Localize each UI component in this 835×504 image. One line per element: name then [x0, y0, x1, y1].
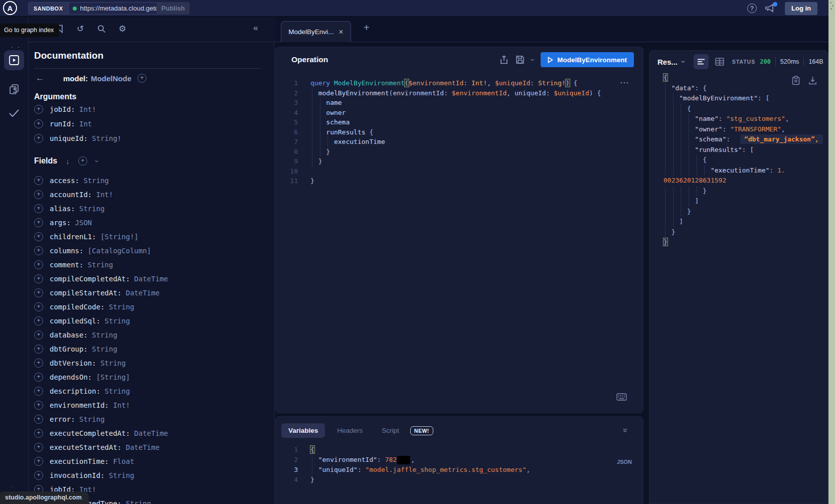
field-signature: dependsOn: [String] — [50, 373, 130, 381]
add-to-query-button[interactable]: + — [34, 176, 43, 185]
new-tab-icon[interactable]: + — [364, 22, 370, 34]
apollo-logo[interactable]: A — [3, 1, 17, 15]
field-row[interactable]: +comment: String — [34, 258, 270, 272]
field-row[interactable]: +accountId: Int! — [34, 188, 270, 202]
explorer-settings-icon[interactable]: ⚙ — [118, 24, 127, 33]
add-to-query-button[interactable]: + — [34, 246, 43, 255]
sandbox-badge: SANDBOX — [29, 3, 69, 14]
schema-nav-icon[interactable] — [4, 79, 24, 99]
format-json-icon[interactable] — [694, 54, 709, 69]
add-to-query-button[interactable]: + — [34, 302, 43, 311]
add-to-query-button[interactable]: + — [34, 345, 43, 354]
run-operation-button[interactable]: ModelByEnvironment — [541, 52, 634, 67]
history-icon[interactable]: ↺ — [76, 24, 85, 33]
add-to-query-button[interactable]: + — [34, 415, 43, 424]
field-signature: access: String — [50, 177, 109, 185]
add-to-query-button[interactable]: + — [34, 443, 43, 452]
field-row[interactable]: +uniqueId: String! — [34, 131, 270, 145]
share-icon[interactable] — [499, 55, 509, 65]
field-row[interactable]: +jobId: Int! — [34, 102, 270, 116]
add-fields-button[interactable]: + — [78, 156, 87, 165]
variables-editor[interactable]: 1{2 "environmentId": 782,3 "uniqueId": "… — [283, 445, 634, 485]
field-row[interactable]: +dependsOn: [String] — [34, 370, 270, 384]
login-button[interactable]: Log in — [785, 2, 817, 15]
documentation-panel: Documentation ← model: ModelNode + Argum… — [29, 42, 275, 504]
field-row[interactable]: +database: String — [34, 328, 270, 342]
add-to-query-button[interactable]: + — [34, 316, 43, 325]
field-row[interactable]: +executionTime: Float — [34, 454, 270, 468]
collapse-docs-icon[interactable]: « — [253, 23, 258, 33]
field-row[interactable]: +description: String — [34, 384, 270, 398]
sort-icon[interactable]: ↓ — [66, 157, 70, 165]
add-to-query-button[interactable]: + — [34, 204, 43, 213]
field-row[interactable]: +environmentId: Int! — [34, 398, 270, 412]
add-to-query-button[interactable]: + — [34, 190, 43, 199]
add-to-query-button[interactable]: + — [34, 359, 43, 368]
tab-headers[interactable]: Headers — [330, 423, 370, 438]
graph-index-icon[interactable]: ∙ ∙ — [11, 43, 21, 51]
field-row[interactable]: +executeCompletedAt: DateTime — [34, 426, 270, 440]
field-row[interactable]: +compiledSql: String — [34, 314, 270, 328]
field-row[interactable]: +access: String — [34, 174, 270, 188]
field-row[interactable]: +columns: [CatalogColumn] — [34, 244, 270, 258]
model-type-link[interactable]: ModelNode — [91, 74, 131, 83]
add-to-query-button[interactable]: + — [34, 218, 43, 227]
add-to-query-button[interactable]: + — [34, 274, 43, 283]
keyboard-shortcuts-icon[interactable] — [616, 393, 627, 401]
add-to-query-button[interactable]: + — [34, 471, 43, 480]
field-signature: executeStartedAt: DateTime — [50, 443, 159, 451]
add-to-query-button[interactable]: + — [34, 134, 43, 143]
top-bar: A SANDBOX https://metadata.cloud.getd ⚙ … — [0, 0, 828, 17]
add-to-query-button[interactable]: + — [34, 373, 43, 382]
field-signature: alias: String — [50, 205, 105, 213]
field-row[interactable]: +invocationId: String — [34, 468, 270, 482]
response-json[interactable]: {"data": {"modelByEnvironment": [{"name"… — [663, 73, 826, 248]
response-dropdown-icon[interactable]: › — [680, 61, 688, 63]
announcements-icon[interactable] — [765, 3, 777, 14]
field-row[interactable]: +dbtVersion: String — [34, 356, 270, 370]
add-to-query-button[interactable]: + — [34, 330, 43, 340]
tab-modelbyenvironment[interactable]: ModelByEnvi... × — [281, 21, 351, 42]
field-row[interactable]: +compiledCode: String — [34, 300, 270, 314]
search-icon[interactable] — [97, 24, 106, 33]
add-to-query-button[interactable]: + — [34, 119, 43, 128]
publish-button[interactable]: Publish — [156, 2, 190, 15]
add-to-query-button[interactable]: + — [34, 387, 43, 396]
format-table-icon[interactable] — [715, 58, 724, 66]
save-icon[interactable] — [516, 55, 525, 64]
add-to-query-button[interactable]: + — [34, 401, 43, 410]
field-row[interactable]: +alias: String — [34, 202, 270, 216]
explorer-nav-icon[interactable] — [4, 50, 24, 70]
field-row[interactable]: +dbtGroup: String — [34, 342, 270, 356]
field-row[interactable]: +compileCompletedAt: DateTime — [34, 272, 270, 286]
tab-variables[interactable]: Variables — [281, 423, 325, 438]
collapse-panel-icon[interactable]: » — [621, 428, 630, 433]
response-size: 164B — [808, 58, 823, 65]
response-title[interactable]: Res... — [657, 58, 678, 66]
field-row[interactable]: +args: JSON — [34, 216, 270, 230]
graphql-editor[interactable]: 1query ModelByEnvironment($environmentId… — [283, 78, 634, 186]
field-row[interactable]: +error: String — [34, 412, 270, 426]
help-icon[interactable]: ? — [747, 4, 757, 13]
field-signature: uniqueId: String! — [50, 134, 121, 142]
add-all-fields-button[interactable]: + — [137, 74, 146, 83]
field-signature: environmentId: Int! — [50, 401, 130, 409]
chevron-down-icon[interactable]: › — [93, 160, 100, 162]
tab-script[interactable]: Script — [375, 423, 406, 438]
add-to-query-button[interactable]: + — [34, 105, 43, 114]
checks-nav-icon[interactable] — [4, 103, 24, 123]
add-to-query-button[interactable]: + — [34, 457, 43, 466]
field-row[interactable]: +childrenL1: [String!] — [34, 230, 270, 244]
add-to-query-button[interactable]: + — [34, 429, 43, 438]
save-dropdown-icon[interactable]: › — [529, 59, 537, 61]
back-arrow-icon[interactable]: ← — [36, 73, 44, 83]
close-icon[interactable]: × — [339, 28, 343, 37]
add-to-query-button[interactable]: + — [34, 288, 43, 297]
add-to-query-button[interactable]: + — [34, 232, 43, 241]
field-row[interactable]: +executeStartedAt: DateTime — [34, 440, 270, 454]
field-signature: comment: String — [50, 261, 113, 269]
field-row[interactable]: +runId: Int — [34, 116, 270, 131]
desktop-background-strip — [828, 0, 835, 504]
field-row[interactable]: +compileStartedAt: DateTime — [34, 286, 270, 300]
add-to-query-button[interactable]: + — [34, 260, 43, 269]
